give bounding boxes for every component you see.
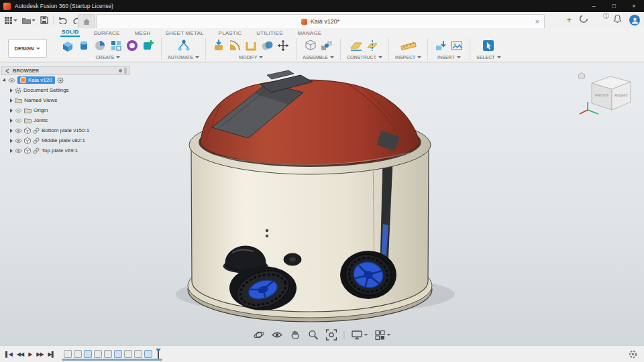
robot-roller[interactable] (284, 253, 301, 265)
combine-icon[interactable] (260, 39, 274, 52)
timeline-sketch-icon[interactable] (114, 350, 122, 358)
timeline-position-marker[interactable] (156, 349, 162, 359)
maximize-button[interactable]: □ (604, 0, 624, 12)
undo-icon[interactable] (58, 16, 68, 24)
home-icon[interactable] (578, 72, 585, 78)
fit-icon[interactable] (326, 329, 337, 341)
close-tab-icon[interactable]: × (535, 15, 539, 28)
browser-row-top-plate[interactable]: Top plate v69:1 (1, 145, 130, 156)
close-button[interactable]: × (624, 0, 644, 12)
fillet-icon[interactable] (228, 39, 241, 52)
timeline-feature-icon[interactable] (134, 350, 142, 358)
construct-plane-icon[interactable] (350, 39, 363, 52)
tab-utilities[interactable]: UTILITIES (255, 30, 284, 37)
visibility-eye-icon[interactable] (15, 148, 22, 154)
expand-arrow-icon[interactable] (10, 149, 13, 153)
browser-row-bottom-plate[interactable]: Bottom plate v150:1 (1, 125, 130, 135)
automate-group-label[interactable]: AUTOMATE (168, 55, 199, 60)
home-tab[interactable] (78, 14, 95, 28)
app-grid-menu-icon[interactable] (4, 16, 17, 25)
create-form-icon[interactable] (142, 39, 155, 52)
panel-grip-icon[interactable] (124, 68, 127, 74)
browser-row-root[interactable]: Kaia v120 (1, 75, 130, 85)
timeline-scrollbar[interactable] (62, 359, 162, 361)
new-solid-icon[interactable] (61, 39, 74, 52)
torus-icon[interactable] (125, 39, 139, 52)
move-icon[interactable] (276, 39, 290, 52)
tab-solid[interactable]: SOLID (60, 29, 80, 37)
tab-plastic[interactable]: PLASTIC (217, 30, 244, 37)
zoom-icon[interactable] (308, 329, 319, 341)
select-cursor-icon[interactable] (482, 39, 495, 52)
root-component-chip[interactable]: Kaia v120 (17, 76, 55, 84)
view-cube[interactable]: FRONT RIGHT (576, 68, 636, 118)
viewport-3d[interactable]: BROWSER Kaia v120 Document (0, 63, 644, 345)
new-component-icon[interactable] (304, 39, 317, 52)
browser-row-middle-plate[interactable]: Middle plate v82:1 (1, 135, 130, 145)
minimize-button[interactable]: – (584, 0, 604, 12)
tab-mesh[interactable]: MESH (133, 30, 152, 37)
construct-axis-icon[interactable] (366, 39, 379, 52)
tab-sheet-metal[interactable]: SHEET METAL (164, 30, 205, 37)
go-to-start-button[interactable]: ▌◀ (5, 351, 12, 357)
tab-manage[interactable]: MANAGE (296, 30, 323, 37)
expand-arrow-icon[interactable] (10, 109, 13, 113)
file-menu-icon[interactable] (22, 17, 36, 24)
expand-arrow-icon[interactable] (10, 119, 13, 123)
timeline-sketch-icon[interactable] (84, 350, 92, 358)
pan-icon[interactable] (290, 329, 301, 341)
document-tab[interactable]: Kaia v120* × (96, 14, 545, 28)
browser-row-origin[interactable]: Origin (1, 105, 130, 115)
timeline-feature-icon[interactable] (104, 350, 112, 358)
pattern-icon[interactable] (109, 39, 123, 52)
extrude-icon[interactable] (77, 39, 91, 52)
canvas-icon[interactable] (450, 39, 464, 52)
press-pull-icon[interactable] (212, 39, 225, 52)
viewports-grid-icon[interactable] (375, 330, 391, 341)
visibility-eye-icon[interactable] (15, 118, 22, 123)
user-avatar[interactable] (629, 15, 640, 25)
modify-group-label[interactable]: MODIFY (239, 55, 263, 60)
expand-arrow-icon[interactable] (10, 139, 13, 143)
timeline-settings-gear-icon[interactable] (629, 350, 644, 359)
revolve-icon[interactable] (93, 39, 107, 52)
bell-icon[interactable] (613, 14, 622, 26)
save-icon[interactable] (40, 16, 48, 24)
timeline-feature-icon[interactable] (74, 350, 82, 358)
visibility-eye-icon[interactable] (15, 108, 22, 113)
workspace-switcher[interactable]: DESIGN (8, 39, 47, 58)
expand-arrow-icon[interactable] (10, 99, 13, 103)
step-back-button[interactable]: ◀◀ (17, 351, 23, 357)
shell-icon[interactable] (244, 39, 258, 52)
construct-group-label[interactable]: CONSTRUCT (347, 55, 382, 60)
go-to-end-button[interactable]: ▶▌ (48, 351, 55, 357)
measure-icon[interactable] (400, 39, 417, 52)
collapse-arrow-icon[interactable] (5, 68, 10, 74)
browser-header[interactable]: BROWSER (1, 66, 130, 75)
automate-icon[interactable] (177, 39, 191, 52)
expand-arrow-icon[interactable] (2, 78, 7, 82)
browser-row-joints[interactable]: Joints (1, 115, 130, 125)
look-at-icon[interactable] (272, 329, 283, 341)
visibility-eye-icon[interactable] (15, 128, 22, 133)
joint-icon[interactable] (320, 39, 333, 52)
tab-surface[interactable]: SURFACE (92, 30, 121, 37)
visibility-eye-icon[interactable] (15, 138, 22, 143)
browser-row-named-views[interactable]: Named Views (1, 95, 130, 105)
insert-group-label[interactable]: INSERT (437, 55, 461, 60)
insert-derive-icon[interactable] (434, 39, 447, 52)
step-forward-button[interactable]: ▶▶ (36, 351, 43, 357)
expand-arrow-icon[interactable] (10, 129, 13, 133)
timeline-feature-icon[interactable] (64, 350, 72, 358)
browser-row-document-settings[interactable]: Document Settings (1, 85, 130, 95)
notification-center-icon[interactable]: 1 (596, 15, 606, 25)
display-settings-icon[interactable] (352, 330, 368, 340)
create-group-label[interactable]: CREATE (96, 55, 121, 60)
orbit-icon[interactable] (254, 329, 265, 341)
new-tab-button[interactable]: + (566, 13, 572, 27)
job-status-icon[interactable] (579, 14, 588, 26)
visibility-eye-icon[interactable] (8, 78, 15, 83)
activate-radio-icon[interactable] (57, 77, 64, 84)
select-group-label[interactable]: SELECT (476, 55, 500, 60)
timeline-feature-icon[interactable] (124, 350, 132, 358)
